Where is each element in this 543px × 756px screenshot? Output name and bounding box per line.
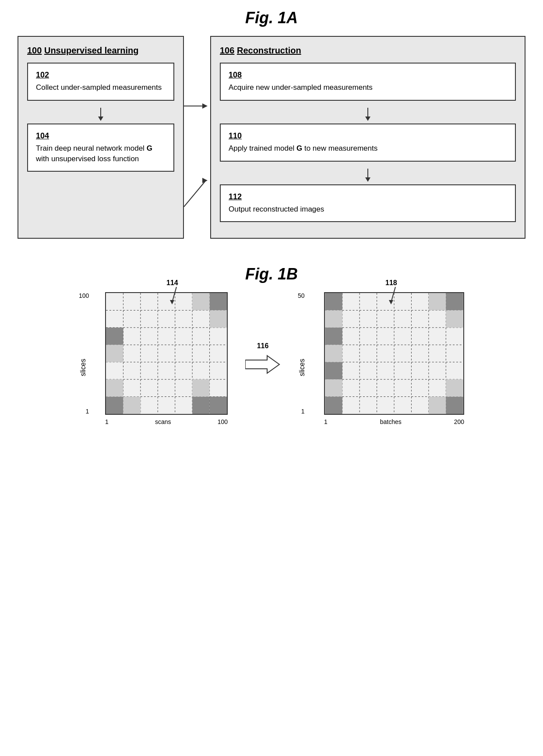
y-axis-left: 100 1 — [79, 292, 92, 415]
svg-rect-28 — [106, 345, 123, 362]
unsupervised-label: 100 Unsupervised learning — [27, 46, 174, 56]
box-108: 108 Acquire new under-sampled measuremen… — [220, 63, 516, 101]
svg-rect-31 — [106, 380, 123, 397]
svg-rect-58 — [429, 293, 446, 310]
fig1b-section: Fig. 1B 114 100 1 slices — [18, 265, 525, 443]
box-108-text: Acquire new under-sampled measurements — [229, 82, 507, 93]
left-grid-container: 114 100 1 slices — [79, 292, 228, 443]
fig1a-diagram: 100 Unsupervised learning 102 Collect un… — [18, 36, 525, 239]
svg-marker-3 — [202, 103, 208, 109]
svg-rect-29 — [106, 397, 123, 414]
middle-arrow-116: 116 — [245, 342, 280, 375]
x-axis-left: 1 scans 100 — [105, 418, 228, 425]
x-axis-right: 1 batches 200 — [324, 418, 464, 425]
svg-rect-57 — [325, 397, 342, 414]
box-104-text: Train deep neural network model G with u… — [36, 143, 166, 164]
box-108-label: 108 — [229, 71, 507, 80]
label-118: 118 — [385, 279, 402, 304]
box-102-text: Collect under-sampled measurements — [36, 82, 166, 93]
svg-rect-62 — [446, 397, 463, 414]
arrow-110-to-112 — [220, 169, 516, 183]
svg-rect-56 — [325, 380, 342, 397]
svg-rect-34 — [192, 380, 209, 397]
label-114: 114 — [166, 279, 183, 304]
fig1a-title: Fig. 1A — [18, 9, 525, 27]
svg-rect-53 — [325, 328, 342, 345]
svg-rect-60 — [446, 311, 463, 328]
svg-rect-61 — [429, 397, 446, 414]
box-112-label: 112 — [229, 192, 507, 201]
box-104: 104 Train deep neural network model G wi… — [27, 124, 174, 172]
svg-rect-26 — [210, 311, 227, 328]
box-110-label: 110 — [229, 131, 507, 141]
right-grid-container: 118 50 1 slices — [298, 292, 464, 443]
svg-rect-30 — [123, 397, 140, 414]
fig1b-diagram: 114 100 1 slices — [18, 292, 525, 443]
svg-rect-63 — [446, 380, 463, 397]
slices-label-left: slices — [79, 359, 87, 376]
fig1b-title: Fig. 1B — [18, 265, 525, 283]
svg-marker-35 — [245, 356, 279, 373]
box-102: 102 Collect under-sampled measurements — [27, 63, 174, 101]
arrow-116-label: 116 — [257, 342, 269, 350]
box-104-label: 104 — [36, 131, 166, 141]
svg-rect-54 — [325, 345, 342, 362]
svg-marker-37 — [389, 300, 393, 304]
svg-rect-25 — [192, 293, 209, 310]
svg-marker-7 — [365, 117, 370, 121]
svg-rect-24 — [210, 293, 227, 310]
arrow-102-to-104 — [27, 108, 174, 122]
svg-line-36 — [391, 287, 395, 302]
box-112: 112 Output reconstructed images — [220, 184, 516, 223]
svg-rect-32 — [192, 397, 209, 414]
svg-marker-11 — [170, 300, 174, 304]
slices-label-right: slices — [298, 359, 306, 376]
box-110: 110 Apply trained model G to new measure… — [220, 124, 516, 162]
reconstruction-label: 106 Reconstruction — [220, 46, 516, 56]
svg-marker-1 — [98, 117, 103, 121]
left-grid-svg — [105, 292, 228, 415]
box-112-text: Output reconstructed images — [229, 204, 507, 215]
box-102-label: 102 — [36, 71, 166, 80]
svg-line-10 — [172, 287, 176, 302]
svg-marker-5 — [202, 178, 208, 183]
right-arrow-icon — [245, 353, 280, 375]
arrow-108-to-110 — [220, 108, 516, 122]
unsupervised-learning-box: 100 Unsupervised learning 102 Collect un… — [18, 36, 184, 239]
svg-rect-51 — [325, 293, 342, 310]
right-grid-svg — [324, 292, 464, 415]
svg-line-4 — [184, 180, 206, 207]
box-110-text: Apply trained model G to new measurement… — [229, 143, 507, 154]
reconstruction-box: 106 Reconstruction 108 Acquire new under… — [210, 36, 525, 239]
svg-marker-9 — [365, 177, 370, 182]
svg-rect-52 — [325, 311, 342, 328]
y-axis-right: 50 1 — [298, 292, 307, 415]
svg-rect-55 — [325, 362, 342, 379]
svg-rect-27 — [106, 328, 123, 345]
svg-rect-33 — [210, 397, 227, 414]
svg-rect-59 — [446, 293, 463, 310]
